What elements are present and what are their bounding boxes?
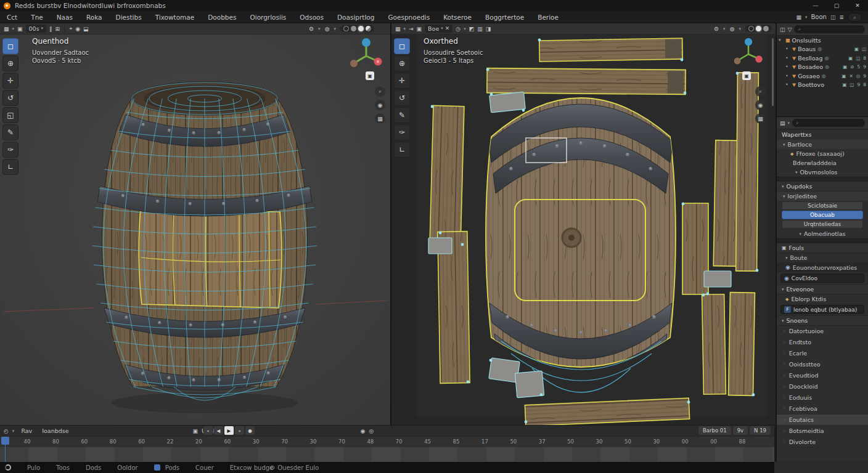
selected-faces[interactable] [139, 208, 282, 308]
transport-button-1[interactable]: ◀ [214, 426, 223, 435]
properties-item[interactable]: ◦Doockloid [777, 381, 868, 392]
properties-search[interactable]: ⌕ [792, 119, 865, 127]
overlays-toggle-icon[interactable]: ◍ [325, 26, 330, 32]
visibility-toggle-icon[interactable]: ▣ [848, 55, 853, 61]
tree-row[interactable]: ▾ Bartloce [777, 140, 868, 149]
section-uv[interactable]: ▾ lorjleditee [777, 192, 868, 201]
transport-button-3[interactable]: » [235, 426, 244, 435]
gizmo-toggle-icon[interactable]: ⚙ [714, 26, 719, 32]
outliner-collection[interactable]: ▾■Onslsuitts [777, 36, 868, 45]
tool-cursor[interactable]: ⊕ [2, 55, 18, 71]
menu-item-cct[interactable]: Cct [0, 11, 24, 23]
mode-icon[interactable]: ▣ [17, 26, 23, 32]
3d-viewport[interactable]: ◻⊕✛↺◱✎✑∟ Quenthod Uovonder Sadtaoc Oovod… [0, 34, 390, 425]
transport-button-0[interactable]: « [203, 426, 213, 435]
transport-button-2[interactable]: ▶ [224, 426, 234, 435]
visibility-toggle-icon[interactable]: ▣ [842, 82, 846, 87]
snap-icon[interactable]: ⊞ [55, 26, 60, 32]
x-neg-ball[interactable] [350, 60, 358, 67]
mode-dropdown[interactable]: 00s ▾ [26, 25, 47, 33]
expander[interactable]: • [785, 82, 790, 87]
tool-annotate[interactable]: ✎ [2, 124, 18, 140]
tool-move[interactable]: ✛ [394, 73, 410, 89]
menu-item-roka[interactable]: Roka [80, 11, 109, 23]
tree-row[interactable]: Bderwladddeia [777, 158, 868, 168]
status-item-5[interactable]: Couer [195, 464, 214, 471]
visibility-toggle-icon[interactable]: 5 [857, 64, 860, 70]
properties-item[interactable]: ◦Fcebtivoa [777, 403, 868, 414]
tool-move[interactable]: ✛ [2, 73, 18, 89]
properties-item[interactable]: ◦Datortuoioe [777, 326, 868, 337]
transport-button-4[interactable]: ● [245, 426, 255, 435]
properties-item[interactable]: ◦Ecarle [777, 348, 868, 359]
section-snoens[interactable]: ▾ Snoens [777, 315, 868, 326]
outliner-object[interactable]: •▼Beslloag◎▣◫8 [777, 54, 868, 63]
x-axis-ball[interactable] [755, 55, 763, 63]
filter-icon[interactable]: ▽ [788, 26, 792, 33]
editor-type-icon[interactable]: ▦ [395, 26, 401, 32]
workspace-icon[interactable]: ▦ [796, 14, 801, 20]
properties-item[interactable]: ◦Eoduuis [777, 392, 868, 403]
status-item-1[interactable]: Toos [56, 464, 70, 471]
tool-measure[interactable]: ∟ [2, 159, 18, 175]
menu-item-oiorgrlosiis[interactable]: Oiorgrlosiis [243, 11, 293, 23]
frame-ruler[interactable]: 4080608060222060307030704870458517503750… [0, 436, 774, 447]
uv-select-mode-icon[interactable]: ▥ [477, 26, 483, 32]
status-item-4[interactable]: Pods [165, 464, 179, 471]
menu-item-diestibs[interactable]: Diestibs [109, 11, 149, 23]
material-name-field[interactable]: ◉ CovEldoo [780, 273, 864, 283]
outliner-search[interactable]: ⌕ [794, 25, 865, 33]
display-flat-button[interactable] [763, 26, 769, 31]
playhead[interactable] [1, 437, 9, 445]
list-icon[interactable]: ≣ [839, 14, 844, 20]
menu-item-tixowtomae[interactable]: Tixowtomae [149, 11, 202, 23]
minimize-button[interactable]: — [805, 0, 826, 11]
timeline-menu-rav[interactable]: Rav [18, 427, 35, 434]
tool-cursor[interactable]: ⊕ [394, 55, 410, 71]
gizmo-toggle-icon[interactable]: ⚙ [309, 26, 314, 32]
menu-item-doasiprtlog[interactable]: Doasiprtlog [330, 11, 381, 23]
timeline-menu-ioanbdse[interactable]: Ioanbdse [39, 427, 72, 434]
visibility-toggle-icon[interactable]: 9 [863, 64, 866, 70]
proportional-icon[interactable]: ◉ [75, 26, 80, 32]
menu-item-naas[interactable]: Naas [50, 11, 80, 23]
z-axis-ball[interactable] [362, 38, 371, 47]
tool-rotate[interactable]: ↺ [2, 90, 18, 106]
section-output[interactable]: ▾ Oupdoks [777, 181, 868, 192]
menu-item-berioe[interactable]: Berioe [531, 11, 565, 23]
menu-item-boggrtertoe[interactable]: Boggrtertoe [478, 11, 531, 23]
properties-item[interactable]: ◦Ooidsstteo [777, 359, 868, 370]
editor-type-icon[interactable]: ▦ [4, 26, 9, 32]
tool-select-box[interactable]: ◻ [2, 38, 18, 54]
move-view-button[interactable]: ◉ [755, 100, 766, 110]
uv-island-barrel-body[interactable] [486, 98, 676, 392]
uv-editor-viewport[interactable]: ◻⊕✛↺✎✑∟ Oxorthed Uosoudire Soetooic Geio… [391, 34, 776, 425]
outliner-object[interactable]: •▼Boettovo▣◫98 [777, 81, 868, 90]
3d-scene[interactable] [0, 34, 390, 425]
section-eblorp[interactable]: ◆ Eblorp Ktdis [777, 294, 868, 304]
menu-item-goespnoedis[interactable]: Goespnoedis [381, 11, 436, 23]
pivot-icon[interactable]: ‖ [49, 26, 52, 32]
camera-view-button[interactable]: ▣ [742, 71, 751, 80]
tool-scale[interactable]: ◱ [2, 107, 18, 123]
keying-icon[interactable]: ◉ [360, 428, 365, 434]
status-item-2[interactable]: Dods [86, 464, 101, 471]
uv-subsection[interactable]: ▾ Aolmedinotlas [777, 229, 868, 238]
visibility-toggle-icon[interactable]: ▣ [854, 46, 859, 52]
menu-item-tne[interactable]: Tne [24, 11, 50, 23]
visibility-toggle-icon[interactable]: ▣ [843, 64, 847, 70]
properties-item[interactable]: ◦Botsmeidtia [777, 426, 868, 437]
tree-row[interactable]: ◆ Ffooxe (saxaaoj) [777, 149, 868, 158]
pivot-icon[interactable]: ◷ [456, 26, 461, 32]
keying-set-icon[interactable]: ◎ [369, 428, 374, 434]
shading-rendered-button[interactable] [366, 26, 371, 31]
end-frame-field[interactable]: N 19 [750, 426, 771, 435]
current-frame-field[interactable]: 9v [733, 426, 748, 435]
outliner-icon[interactable]: ◫ [780, 26, 785, 33]
visibility-toggle-icon[interactable]: 8 [863, 55, 866, 61]
start-frame-field[interactable]: Barbo 01 [698, 426, 731, 435]
tool-rotate[interactable]: ↺ [394, 90, 410, 106]
menu-item-odsoos[interactable]: Odsoos [293, 11, 330, 23]
tool-annotate[interactable]: ✎ [394, 107, 410, 123]
snap-icon[interactable]: ◩ [469, 26, 475, 32]
